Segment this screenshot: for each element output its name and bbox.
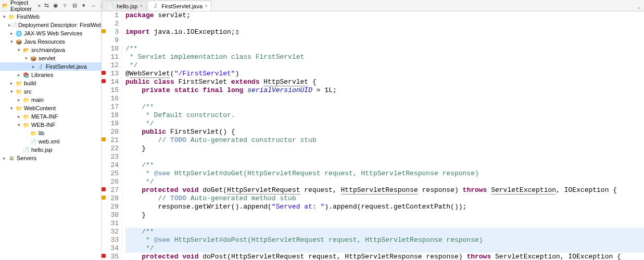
tree-node-main[interactable]: ▸📁main [0,96,101,104]
folder-icon: 📁 [22,96,30,104]
code-line[interactable]: */ [125,244,644,253]
java-icon: 📦 [15,37,23,46]
code-line[interactable]: protected void doPost(HttpServletRequest… [125,253,644,260]
code-line[interactable]: * Default constructor. [125,111,644,120]
code-line[interactable]: * @see HttpServlet#doGet(HttpServletRequ… [125,170,644,178]
project-explorer-panel: 📂 Project Explorer × ⇆ ◉ ▿ ⊟ ▾ − □ ▾📁Fir… [0,0,102,260]
warn-marker-icon[interactable] [102,29,106,33]
code-line[interactable]: } [125,211,644,219]
view-menu-icon[interactable]: ▾ [80,2,88,10]
tree-node-firstservlet-java[interactable]: ▸JFirstServlet.java [0,62,101,71]
link-editor-icon[interactable]: ⇆ [42,2,50,10]
tree-node-build[interactable]: ▸📁build [0,79,101,87]
tab-close-icon[interactable]: × [205,3,208,9]
editor-area: 📄hello.jsp×JFirstServlet.java×− 12391011… [102,0,644,260]
tree-label: WebContent [23,105,56,111]
tree-node-hello-jsp[interactable]: 📄hello.jsp [0,146,101,154]
code-editor[interactable]: 1239101112131415161718192021222324252627… [102,11,644,260]
expand-icon[interactable]: ▾ [16,122,22,127]
warn-marker-icon[interactable] [102,196,106,200]
tab-hello-jsp[interactable]: 📄hello.jsp× [103,1,146,11]
expand-icon[interactable]: ▸ [16,72,22,77]
gutter-line: 15 [102,86,122,95]
tab-firstservlet-java[interactable]: JFirstServlet.java× [147,1,211,11]
tree-node-servers[interactable]: ▸🖥Servers [0,154,101,162]
code-line[interactable]: /** [125,161,644,170]
expand-icon[interactable]: ▾ [23,56,29,61]
tree-node-webcontent[interactable]: ▾📁WebContent [0,104,101,112]
file-icon: 📄 [11,21,17,29]
tree-node-libraries[interactable]: ▸📚Libraries [0,71,101,79]
collapse-all-icon[interactable]: ⊟ [70,2,79,10]
tree-node-src[interactable]: ▾📁src [0,87,101,96]
tree-node-web-xml[interactable]: 📄web.xml [0,137,101,146]
expand-icon[interactable]: ▸ [8,81,15,86]
tree-node-jax-ws-web-services[interactable]: ▸🌐JAX-WS Web Services [0,29,101,37]
tree-node-meta-inf[interactable]: ▸📁META-INF [0,112,101,121]
code-line[interactable]: */ [125,61,644,70]
code-line[interactable]: /** [125,228,644,236]
focus-icon[interactable]: ◉ [52,2,60,10]
code-line[interactable]: /** [125,103,644,111]
code-line[interactable] [125,95,644,103]
expand-icon[interactable]: ▸ [30,64,36,69]
line-gutter: 1239101112131415161718192021222324252627… [102,11,122,260]
error-marker-icon[interactable] [102,71,106,75]
warn-marker-icon[interactable] [102,137,106,141]
explorer-close-button[interactable]: × [36,3,42,9]
code-line[interactable]: } [125,145,644,153]
expand-icon[interactable]: ▾ [8,39,15,44]
tree-node-java-resources[interactable]: ▾📦Java Resources [0,37,101,46]
code-line[interactable]: // TODO Auto-generated method stub [125,194,644,203]
code-line[interactable]: /** [125,45,644,53]
filter-icon[interactable]: ▿ [61,2,69,10]
code-line[interactable]: // TODO Auto-generated constructor stub [125,136,644,145]
code-line[interactable]: package servlet; [125,11,644,20]
code-line[interactable]: * Servlet implementation class FirstServ… [125,53,644,61]
code-line[interactable]: protected void doGet(HttpServletRequest … [125,186,644,194]
error-marker-icon[interactable] [102,79,106,83]
gutter-line: 14 [102,78,122,86]
expand-icon[interactable]: ▸ [1,155,7,161]
tree-node-web-inf[interactable]: ▾📁WEB-INF [0,121,101,129]
expand-icon[interactable]: ▾ [8,106,15,111]
code-line[interactable] [125,153,644,161]
code-line[interactable] [125,219,644,228]
code-line[interactable]: public class FirstServlet extends HttpSe… [125,78,644,86]
tree-node-firstweb[interactable]: ▾📁FirstWeb [0,12,101,21]
code-line[interactable] [125,20,644,28]
code-line[interactable]: response.getWriter().append("Served at: … [125,203,644,211]
error-marker-icon[interactable] [102,187,106,191]
folder-icon: 📁 [15,79,23,87]
tree-node-lib[interactable]: 📁lib [0,129,101,137]
gutter-line: 3 [102,28,122,36]
expand-icon[interactable]: ▸ [8,31,15,36]
expand-icon[interactable]: ▸ [16,114,22,119]
expand-icon[interactable]: ▾ [8,89,15,94]
gutter-line: 2 [102,20,122,28]
tab-close-icon[interactable]: × [140,3,143,9]
tree-node-src-main-java[interactable]: ▾📂src/main/java [0,46,101,54]
code-content[interactable]: package servlet; import java.io.IOExcept… [122,11,644,260]
code-line[interactable]: @WebServlet("/FirstServlet") [125,70,644,78]
code-line[interactable]: import java.io.IOException;▯ [125,28,644,36]
error-marker-icon[interactable] [102,254,106,258]
tree-node-deployment-descriptor-firstweb[interactable]: ▸📄Deployment Descriptor: FirstWeb [0,21,101,29]
code-line[interactable]: public FirstServlet() { [125,128,644,136]
editor-minimize-icon[interactable]: − [635,5,644,11]
java-icon: J [36,62,45,71]
minimize-icon[interactable]: − [89,2,97,10]
tree-node-servlet[interactable]: ▾📦servlet [0,54,101,62]
project-tree[interactable]: ▾📁FirstWeb▸📄Deployment Descriptor: First… [0,11,101,260]
gutter-line: 27 [102,186,122,194]
gutter-line: 29 [102,203,122,211]
code-line[interactable]: */ [125,178,644,186]
expand-icon[interactable]: ▾ [16,47,22,53]
code-line[interactable]: * @see HttpServlet#doPost(HttpServletReq… [125,236,644,244]
xml-icon: 📄 [29,137,37,146]
code-line[interactable] [125,36,644,45]
code-line[interactable]: */ [125,120,644,128]
expand-icon[interactable]: ▾ [1,14,7,19]
expand-icon[interactable]: ▸ [16,97,22,102]
code-line[interactable]: private static final long serialVersionU… [125,86,644,95]
